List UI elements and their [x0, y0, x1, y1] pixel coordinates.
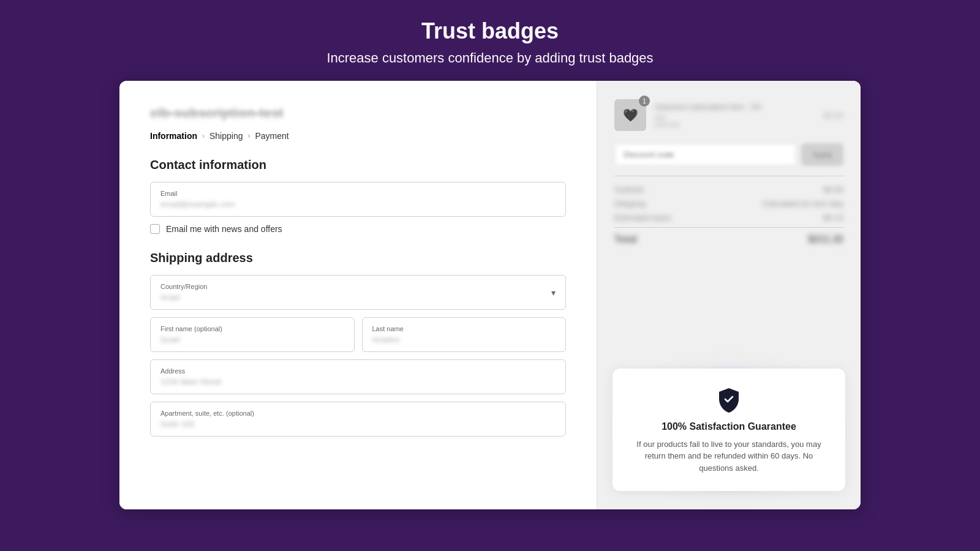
total-label: Total: [614, 234, 637, 245]
shield-icon: [715, 386, 742, 413]
page-title: Trust badges: [326, 18, 653, 44]
apply-discount-button[interactable]: Apply: [801, 143, 843, 166]
newsletter-checkbox[interactable]: [150, 224, 160, 234]
order-item: 🖤 1 Awesome subscription item - 3/4 test…: [614, 99, 843, 131]
last-name-field[interactable]: Last name Israelov: [362, 317, 567, 352]
shipping-label: Shipping: [614, 199, 646, 208]
last-name-value: Israelov: [372, 335, 556, 344]
email-field-container: Email email@example.com: [150, 182, 566, 217]
trust-badge-description: If our products fail to live to your sta…: [631, 438, 827, 474]
shipping-section-title: Shipping address: [150, 251, 566, 265]
product-info: Awesome subscription item - 3/4 test tri…: [655, 103, 815, 128]
total-row: Total $211.32: [614, 227, 843, 245]
product-price: $0.00: [823, 111, 843, 120]
shipping-row: Shipping Calculated at next step: [614, 199, 843, 208]
taxes-label: Estimated taxes: [614, 213, 671, 222]
order-summary: Subtotal $0.00 Shipping Calculated at ne…: [614, 176, 843, 245]
order-summary-panel: 🖤 1 Awesome subscription item - 3/4 test…: [597, 81, 861, 509]
breadcrumb-sep-2: ›: [248, 132, 251, 140]
total-value: $211.32: [808, 234, 843, 245]
subtotal-row: Subtotal $0.00: [614, 185, 843, 194]
address-label: Address: [160, 367, 556, 375]
newsletter-label: Email me with news and offers: [166, 224, 282, 234]
subtotal-value: $0.00: [823, 185, 843, 194]
store-name: clb-subscription-test: [150, 105, 566, 121]
discount-section: Apply: [614, 143, 843, 166]
country-select-content: Country/Region Israel: [160, 283, 207, 302]
page-subtitle: Increase customers confidence by adding …: [326, 50, 653, 66]
taxes-row: Estimated taxes $0.13: [614, 213, 843, 222]
newsletter-checkbox-row: Email me with news and offers: [150, 224, 566, 234]
chevron-down-icon: ▾: [551, 288, 556, 298]
product-variant2: trial-trial: [655, 121, 815, 128]
page-header: Trust badges Increase customers confiden…: [314, 0, 665, 81]
country-select[interactable]: Country/Region Israel ▾: [150, 275, 566, 310]
address-value: 1234 Main Street: [160, 377, 556, 386]
first-name-field[interactable]: First name (optional) Israel: [150, 317, 355, 352]
apt-label: Apartment, suite, etc. (optional): [160, 410, 556, 417]
name-row: First name (optional) Israel Last name I…: [150, 317, 566, 352]
trust-badge-title: 100% Satisfaction Guarantee: [631, 421, 827, 432]
product-thumbnail: 🖤 1: [614, 99, 646, 131]
apt-value: Suite 100: [160, 419, 556, 429]
product-name: Awesome subscription item - 3/4: [655, 103, 815, 111]
product-quantity-badge: 1: [639, 96, 650, 107]
first-name-value: Israel: [160, 335, 344, 344]
first-name-label: First name (optional): [160, 325, 344, 332]
discount-input[interactable]: [614, 143, 796, 166]
country-value: Israel: [160, 293, 207, 302]
breadcrumb-payment[interactable]: Payment: [255, 131, 289, 141]
apt-field[interactable]: Apartment, suite, etc. (optional) Suite …: [150, 402, 566, 437]
country-label: Country/Region: [160, 283, 207, 290]
shipping-value: Calculated at next step: [763, 199, 843, 208]
address-field[interactable]: Address 1234 Main Street: [150, 359, 566, 394]
product-variant: test: [655, 113, 815, 121]
checkout-form-panel: clb-subscription-test Information › Ship…: [119, 81, 597, 509]
main-card: clb-subscription-test Information › Ship…: [119, 81, 861, 509]
trust-badge-card: 100% Satisfaction Guarantee If our produ…: [612, 369, 845, 492]
taxes-value: $0.13: [823, 213, 843, 222]
breadcrumb: Information › Shipping › Payment: [150, 131, 566, 141]
email-value: email@example.com: [160, 200, 556, 209]
trust-badge-section: 100% Satisfaction Guarantee If our produ…: [612, 369, 845, 492]
email-label: Email: [160, 190, 556, 197]
last-name-label: Last name: [372, 325, 556, 332]
breadcrumb-sep-1: ›: [202, 132, 205, 140]
breadcrumb-shipping[interactable]: Shipping: [209, 131, 243, 141]
contact-section-title: Contact information: [150, 158, 566, 172]
breadcrumb-information[interactable]: Information: [150, 131, 197, 141]
subtotal-label: Subtotal: [614, 185, 644, 194]
product-icon: 🖤: [623, 108, 638, 122]
